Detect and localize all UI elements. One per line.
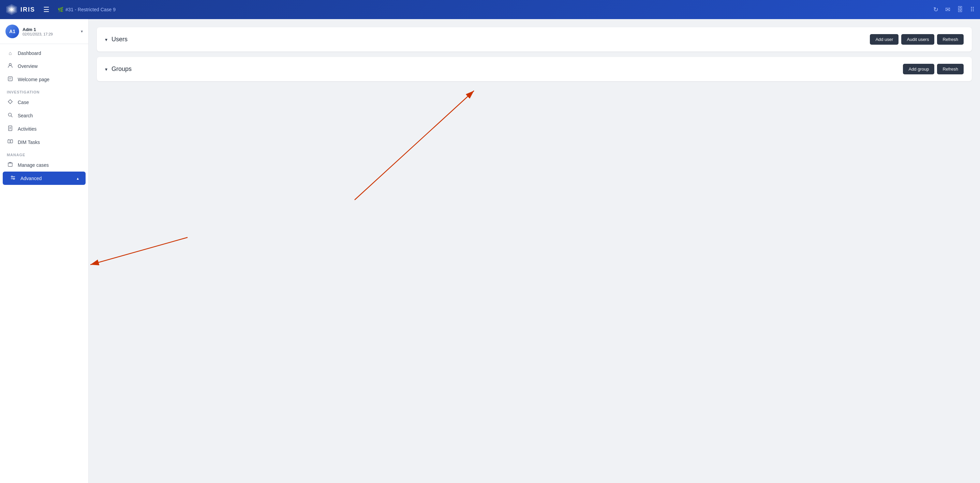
activities-icon	[7, 126, 14, 132]
groups-card: ▾ Groups Add group Refresh	[97, 57, 972, 81]
svg-point-4	[9, 64, 11, 65]
sidebar: A1 Adm 1 02/01/2023, 17:29 ▾ ⌂ Dashboard…	[0, 19, 89, 483]
sidebar-item-dim-tasks[interactable]: DIM Tasks	[0, 135, 88, 149]
hamburger-button[interactable]: ☰	[43, 5, 49, 14]
avatar: A1	[5, 25, 19, 38]
sidebar-item-label: Welcome page	[18, 77, 49, 82]
sidebar-item-search[interactable]: Search	[0, 109, 88, 122]
groups-refresh-button[interactable]: Refresh	[937, 64, 964, 74]
audit-users-button[interactable]: Audit users	[901, 34, 934, 45]
apps-icon[interactable]: ⠿	[970, 6, 975, 13]
user-date: 02/01/2023, 17:29	[22, 32, 77, 36]
advanced-dropdown-arrow[interactable]: ▴	[77, 176, 79, 181]
sidebar-nav: ⌂ Dashboard Overview Welcome page	[0, 44, 88, 188]
nav-section-manage: MANAGE	[0, 149, 88, 158]
sidebar-item-label: Case	[18, 100, 29, 105]
users-actions: Add user Audit users Refresh	[870, 34, 964, 45]
svg-point-21	[13, 178, 15, 179]
groups-chevron-icon[interactable]: ▾	[105, 67, 107, 72]
sidebar-item-label: DIM Tasks	[18, 140, 40, 145]
users-refresh-button[interactable]: Refresh	[937, 34, 964, 45]
user-name: Adm 1	[22, 27, 77, 32]
svg-line-23	[91, 238, 188, 265]
database-icon[interactable]: 🗄	[957, 6, 963, 13]
svg-rect-14	[8, 140, 10, 143]
users-chevron-icon[interactable]: ▾	[105, 37, 107, 42]
nav-section-investigation: INVESTIGATION	[0, 86, 88, 96]
mail-icon[interactable]: ✉	[945, 6, 950, 13]
user-info: Adm 1 02/01/2023, 17:29	[22, 27, 77, 36]
advanced-icon	[10, 175, 16, 182]
dim-tasks-icon	[7, 139, 14, 145]
svg-point-20	[11, 176, 13, 177]
svg-rect-15	[10, 140, 13, 143]
manage-cases-icon	[7, 162, 14, 168]
groups-actions: Add group Refresh	[903, 64, 964, 74]
topnav: IRIS ☰ 🌿 #31 - Restricted Case 9 ↻ ✉ 🗄 ⠿	[0, 0, 980, 19]
add-user-button[interactable]: Add user	[870, 34, 899, 45]
add-group-button[interactable]: Add group	[903, 64, 934, 74]
sidebar-item-label: Manage cases	[18, 163, 49, 168]
welcome-icon	[7, 76, 14, 83]
sidebar-item-welcome[interactable]: Welcome page	[0, 73, 88, 86]
sidebar-item-manage-cases[interactable]: Manage cases	[0, 158, 88, 172]
annotation-arrows	[89, 19, 980, 483]
sidebar-item-label: Search	[18, 113, 33, 118]
svg-line-24	[355, 91, 474, 200]
sidebar-item-label: Advanced	[21, 176, 41, 181]
sidebar-item-label: Activities	[18, 126, 37, 132]
sidebar-item-advanced[interactable]: Advanced ▴	[3, 172, 86, 185]
users-title: Users	[111, 36, 866, 43]
svg-rect-5	[8, 77, 12, 81]
main-content: ▾ Users Add user Audit users Refresh ▾ G…	[89, 19, 980, 483]
sidebar-item-overview[interactable]: Overview	[0, 59, 88, 73]
iris-logo-icon	[5, 3, 18, 16]
groups-card-header: ▾ Groups Add group Refresh	[97, 57, 972, 81]
topnav-actions: ↻ ✉ 🗄 ⠿	[933, 6, 975, 13]
case-icon	[7, 99, 14, 105]
users-card: ▾ Users Add user Audit users Refresh	[97, 27, 972, 51]
leaf-icon: 🌿	[57, 7, 64, 12]
overview-icon	[7, 63, 14, 69]
search-icon	[7, 112, 14, 119]
user-dropdown-arrow[interactable]: ▾	[81, 29, 83, 34]
sidebar-user: A1 Adm 1 02/01/2023, 17:29 ▾	[0, 19, 88, 44]
groups-title: Groups	[111, 65, 899, 73]
users-card-header: ▾ Users Add user Audit users Refresh	[97, 27, 972, 51]
logo[interactable]: IRIS	[5, 3, 35, 16]
dashboard-icon: ⌂	[7, 50, 14, 56]
sidebar-item-label: Dashboard	[18, 51, 41, 56]
case-title: 🌿 #31 - Restricted Case 9	[57, 7, 116, 12]
sidebar-item-label: Overview	[18, 64, 38, 69]
svg-line-9	[11, 116, 13, 117]
refresh-icon[interactable]: ↻	[933, 6, 939, 13]
sidebar-item-activities[interactable]: Activities	[0, 122, 88, 135]
sidebar-item-dashboard[interactable]: ⌂ Dashboard	[0, 47, 88, 59]
sidebar-item-case[interactable]: Case	[0, 96, 88, 109]
